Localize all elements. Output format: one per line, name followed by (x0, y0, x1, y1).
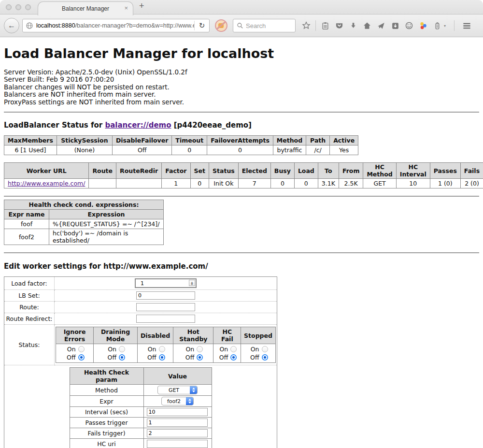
hc-row-passes: Passes trigger (70, 418, 212, 428)
lb-set-cell (55, 290, 277, 302)
radio-draining-mode-on[interactable] (119, 346, 125, 352)
hc-row-expr: Expr foof2 (70, 396, 212, 407)
cell-hc-interval: 10 (396, 179, 430, 188)
form-row-load-factor: Load factor: ▲▼ (4, 277, 277, 290)
on-label: On (106, 346, 116, 353)
radio-ignore-errors-on[interactable] (78, 346, 85, 352)
col-header: HC Fail (213, 327, 241, 344)
on-label: On (249, 346, 259, 353)
method-label: Method (70, 385, 143, 396)
reload-button[interactable]: ↻ (195, 21, 209, 30)
blocked-plugin-icon[interactable] (215, 19, 227, 32)
col-header: DisableFailover (112, 136, 171, 145)
off-label: Off (65, 354, 76, 361)
lb-set-input[interactable] (136, 291, 195, 300)
cell-status: Init Ok (209, 179, 239, 188)
url-text[interactable]: localhost:8880/balancer-manager?b=demo&w… (36, 22, 194, 29)
radio-hot-standby-on[interactable] (197, 346, 203, 352)
col-header: Timeout (172, 136, 207, 145)
session-battery-icon[interactable] (432, 21, 442, 30)
worker-url-link[interactable]: http://www.example.com/ (8, 180, 85, 187)
route-input[interactable] (136, 303, 195, 311)
tab-balancer-manager[interactable]: Balancer Manager × (38, 1, 133, 15)
col-header: Worker URL (4, 163, 89, 179)
route-redirect-label: Route Redirect: (4, 313, 55, 325)
new-tab-button[interactable]: + (139, 1, 144, 11)
radio-disabled-on[interactable] (159, 346, 165, 352)
radio-disabled-off[interactable] (159, 354, 165, 361)
table-row: 6 [1 Used] (None) Off 0 0 bytraffic /c/ … (4, 145, 358, 155)
cell-to: 3.1K (318, 179, 339, 188)
cell-passes: 1 (0) (430, 179, 460, 188)
on-label: On (184, 346, 194, 353)
cell-route (89, 179, 116, 188)
close-window-button[interactable] (6, 4, 12, 10)
minimize-window-button[interactable] (15, 4, 21, 10)
extension-colored-dots-icon[interactable] (418, 21, 428, 30)
hc-uri-input[interactable] (147, 440, 208, 448)
tab-close-icon[interactable]: × (124, 4, 128, 12)
proxypass-inherit-line: ProxyPass settings are NOT inherited fro… (4, 99, 479, 106)
load-factor-input[interactable] (139, 280, 192, 287)
reading-list-icon[interactable] (320, 21, 330, 30)
method-select[interactable]: GET (157, 386, 198, 394)
hc-row-hc-uri: HC uri (70, 439, 212, 448)
page-title: Load Balancer Manager for localhost (4, 46, 479, 61)
on-label: On (146, 346, 156, 353)
url-bar[interactable]: localhost:8880/balancer-manager?b=demo&w… (22, 19, 210, 32)
radio-stopped-off[interactable] (262, 354, 268, 361)
select-stepper-icon (190, 386, 197, 394)
browser-window: Balancer Manager × + ← localhost:8880/ba… (0, 0, 483, 448)
divider (4, 112, 479, 113)
url-path: /balancer-manager?b=demo&w=http://www.ex… (75, 22, 194, 29)
passes-input[interactable] (147, 419, 208, 427)
form-row-route: Route: (4, 302, 277, 313)
passes-cell (143, 418, 212, 428)
cell-elected: 7 (238, 179, 270, 188)
radio-hc-fail-on[interactable] (230, 346, 237, 352)
send-page-icon[interactable] (376, 21, 386, 30)
menu-hamburger-icon[interactable] (462, 21, 471, 30)
fails-cell (143, 428, 212, 439)
col-header: StickySession (57, 136, 112, 145)
bookmark-star-icon[interactable] (301, 21, 311, 30)
radio-ignore-errors-off[interactable] (78, 354, 85, 361)
feedback-smiley-icon[interactable] (404, 21, 414, 30)
edit-worker-form: Load factor: ▲▼ LB Set: Route: Route Red… (4, 276, 277, 448)
route-redirect-input[interactable] (136, 315, 195, 323)
zoom-window-button[interactable] (25, 4, 31, 10)
overflow-caret-icon[interactable]: ▾ (444, 24, 446, 28)
tab-title: Balancer Manager (62, 5, 109, 12)
reload-icon: ↻ (199, 21, 205, 30)
toolbar-separator (315, 20, 316, 31)
interval-input[interactable] (147, 408, 208, 416)
cell-routeredir (116, 179, 162, 188)
off-label: Off (184, 354, 194, 361)
cell-disablefailover: Off (112, 145, 171, 155)
balancer-demo-link[interactable]: balancer://demo (105, 121, 171, 130)
download-icon[interactable] (348, 21, 358, 30)
number-spinner-icon[interactable]: ▲▼ (189, 280, 195, 286)
cell-from: 2.5K (339, 179, 363, 188)
route-redirect-cell (55, 313, 277, 325)
radio-hc-fail-off[interactable] (230, 354, 237, 361)
save-to-device-icon[interactable] (390, 21, 400, 30)
worker-status-table: Worker URL Route RouteRedir Factor Set S… (4, 162, 483, 188)
radio-draining-mode-off[interactable] (119, 354, 125, 361)
form-row-health-check: Health Check param Value Method GET Expr (4, 365, 277, 448)
load-factor-label: Load factor: (4, 277, 55, 290)
route-label: Route: (4, 302, 55, 313)
search-bar[interactable]: Search (233, 19, 296, 32)
home-icon[interactable] (362, 21, 372, 30)
expr-select[interactable]: foof2 (161, 397, 194, 405)
interval-cell (143, 407, 212, 418)
col-header: Elected (238, 163, 270, 179)
load-factor-stepper[interactable]: ▲▼ (135, 278, 197, 288)
radio-stopped-on[interactable] (262, 346, 268, 352)
pocket-icon[interactable] (334, 21, 344, 30)
col-header: Expr name (4, 210, 49, 219)
back-button[interactable]: ← (4, 18, 19, 33)
fails-input[interactable] (147, 429, 208, 437)
radio-hot-standby-off[interactable] (197, 354, 203, 361)
col-header: RouteRedir (116, 163, 162, 179)
